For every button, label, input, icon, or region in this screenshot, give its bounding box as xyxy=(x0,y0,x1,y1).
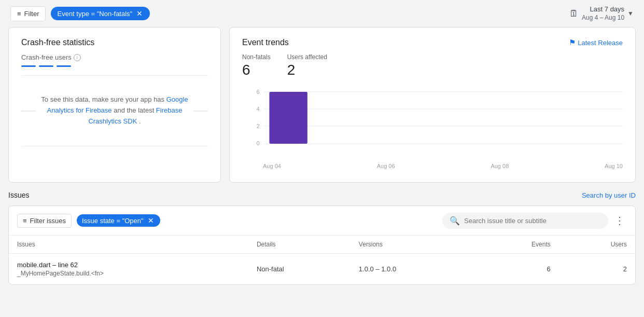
filter-button[interactable]: ≡ Filter xyxy=(10,6,46,21)
dash-1 xyxy=(21,65,36,67)
filter-label: Filter xyxy=(24,10,39,18)
crash-free-label: Crash-free users i xyxy=(21,53,208,61)
no-data-text-after: . xyxy=(139,117,141,125)
more-vert-button[interactable]: ⋮ xyxy=(612,212,627,229)
no-data-text-middle: and the latest xyxy=(114,106,156,114)
svg-text:4: 4 xyxy=(257,107,260,113)
search-input[interactable] xyxy=(464,217,601,225)
dashes xyxy=(21,65,208,67)
event-type-chip-close[interactable]: ✕ xyxy=(135,9,144,18)
col-versions: Versions xyxy=(351,236,476,254)
issue-state-chip: Issue state = "Open" ✕ xyxy=(77,214,160,227)
issue-state-chip-close[interactable]: ✕ xyxy=(147,216,155,225)
top-bar: ≡ Filter Event type = "Non-fatals" ✕ 🗓 L… xyxy=(0,0,644,27)
issues-table-card: ≡ Filter issues Issue state = "Open" ✕ 🔍… xyxy=(8,205,636,285)
latest-release-link[interactable]: ⚑ Latest Release xyxy=(569,38,623,47)
event-trends-header: Event trends ⚑ Latest Release xyxy=(242,38,623,53)
date-range-button[interactable]: 🗓 Last 7 days Aug 4 – Aug 10 ▼ xyxy=(569,5,634,22)
chart-x-labels: Aug 04 Aug 06 Aug 08 Aug 10 xyxy=(242,163,623,169)
issue-title-cell: mobile.dart – line 62 _MyHomePageState.b… xyxy=(9,254,248,285)
issues-toolbar: ≡ Filter issues Issue state = "Open" ✕ 🔍… xyxy=(9,206,635,236)
search-box[interactable]: 🔍 xyxy=(442,213,608,229)
no-data-row: To see this data, make sure your app has… xyxy=(21,84,208,137)
search-icon: 🔍 xyxy=(450,216,460,226)
event-type-chip-label: Event type = "Non-fatals" xyxy=(57,10,132,18)
crash-free-card: Crash-free statistics Crash-free users i… xyxy=(8,27,221,183)
table-header-row: Issues Details Versions Events Users xyxy=(9,236,635,254)
col-events: Events xyxy=(476,236,559,254)
issue-subtitle: _MyHomePageState.build.<fn> xyxy=(17,270,240,277)
event-type-chip: Event type = "Non-fatals" ✕ xyxy=(51,7,150,20)
search-by-user-link[interactable]: Search by user ID xyxy=(582,191,636,199)
x-label-aug04: Aug 04 xyxy=(263,163,281,169)
users-affected-metric: Users affected 2 xyxy=(287,53,327,78)
issue-versions-cell: 1.0.0 – 1.0.0 xyxy=(351,254,476,285)
dash-3 xyxy=(57,65,71,67)
filter-issues-icon: ≡ xyxy=(23,217,27,225)
table-row[interactable]: mobile.dart – line 62 _MyHomePageState.b… xyxy=(9,254,635,285)
crash-free-title: Crash-free statistics xyxy=(21,38,208,47)
info-icon[interactable]: i xyxy=(74,54,81,61)
date-range-sub: Aug 4 – Aug 10 xyxy=(582,14,624,22)
issue-events-cell: 6 xyxy=(476,254,559,285)
nonfatals-value: 6 xyxy=(242,62,271,78)
chevron-down-icon: ▼ xyxy=(627,10,634,17)
svg-text:6: 6 xyxy=(257,90,260,95)
issues-section: Issues Search by user ID ≡ Filter issues… xyxy=(0,191,644,285)
event-trends-title: Event trends xyxy=(242,38,289,47)
event-trends-card: Event trends ⚑ Latest Release Non-fatals… xyxy=(229,27,636,183)
dash-2 xyxy=(39,65,53,67)
chart-area: 6 4 2 0 Aug 04 Aug 06 Aug 08 Aug 10 xyxy=(242,87,623,170)
top-bar-left: ≡ Filter Event type = "Non-fatals" ✕ xyxy=(10,6,150,21)
event-metrics: Non-fatals 6 Users affected 2 xyxy=(242,53,623,78)
date-range-title: Last 7 days xyxy=(582,5,624,14)
x-label-aug08: Aug 08 xyxy=(491,163,509,169)
svg-text:0: 0 xyxy=(257,141,260,147)
issue-title: mobile.dart – line 62 xyxy=(17,261,240,269)
side-dash-left xyxy=(21,111,36,112)
no-data-message: To see this data, make sure your app has… xyxy=(36,84,193,137)
issues-table: Issues Details Versions Events Users mob… xyxy=(9,236,635,284)
x-label-aug10: Aug 10 xyxy=(605,163,623,169)
date-range-text: Last 7 days Aug 4 – Aug 10 xyxy=(582,5,624,22)
issues-toolbar-left: ≡ Filter issues Issue state = "Open" ✕ xyxy=(17,214,160,228)
nonfatals-label: Non-fatals xyxy=(242,53,271,61)
calendar-icon: 🗓 xyxy=(569,8,579,19)
col-details: Details xyxy=(248,236,351,254)
filter-issues-button[interactable]: ≡ Filter issues xyxy=(17,214,72,228)
cards-row: Crash-free statistics Crash-free users i… xyxy=(0,27,644,191)
latest-release-label: Latest Release xyxy=(578,39,623,47)
issues-toolbar-right: 🔍 ⋮ xyxy=(442,212,627,229)
crash-free-users-text: Crash-free users xyxy=(21,53,72,61)
users-affected-label: Users affected xyxy=(287,53,327,61)
x-label-aug06: Aug 06 xyxy=(377,163,395,169)
nonfatals-metric: Non-fatals 6 xyxy=(242,53,271,78)
divider-top xyxy=(21,75,208,76)
col-users: Users xyxy=(559,236,635,254)
issue-details-cell: Non-fatal xyxy=(248,254,351,285)
issues-section-title: Issues xyxy=(8,191,29,199)
no-data-text-before: To see this data, make sure your app has xyxy=(41,95,166,103)
side-dash-right xyxy=(193,111,208,112)
issue-users-cell: 2 xyxy=(559,254,635,285)
chart-svg: 6 4 2 0 xyxy=(242,87,623,159)
issues-header: Issues Search by user ID xyxy=(8,191,636,199)
filter-icon: ≡ xyxy=(17,10,21,18)
latest-release-icon: ⚑ xyxy=(569,38,576,47)
filter-issues-label: Filter issues xyxy=(30,217,66,225)
issue-state-chip-label: Issue state = "Open" xyxy=(82,217,144,225)
svg-text:2: 2 xyxy=(257,124,260,130)
svg-rect-8 xyxy=(269,92,307,144)
col-issues: Issues xyxy=(9,236,248,254)
divider-bottom xyxy=(21,146,208,146)
users-affected-value: 2 xyxy=(287,62,327,78)
